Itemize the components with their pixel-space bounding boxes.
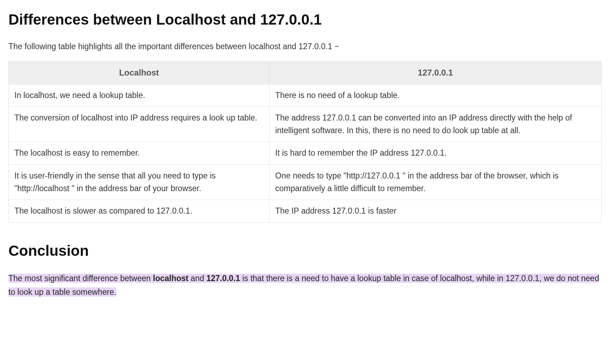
- table-header-ip: 127.0.0.1: [270, 61, 602, 84]
- conclusion-part2: and: [188, 274, 206, 283]
- table-cell-right: It is hard to remember the IP address 12…: [270, 142, 602, 165]
- table-cell-right: The IP address 127.0.0.1 is faster: [270, 200, 602, 223]
- table-cell-right: One needs to type "http://127.0.0.1 " in…: [270, 165, 602, 200]
- table-row: It is user-friendly in the sense that al…: [9, 165, 602, 200]
- conclusion-bold-localhost: localhost: [153, 274, 188, 283]
- intro-paragraph: The following table highlights all the i…: [8, 40, 602, 53]
- table-cell-left: The localhost is easy to remember.: [9, 142, 270, 165]
- conclusion-paragraph: The most significant difference between …: [8, 272, 602, 299]
- table-cell-left: The localhost is slower as compared to 1…: [9, 200, 270, 223]
- table-header-localhost: Localhost: [9, 61, 270, 84]
- table-row: The localhost is easy to remember. It is…: [9, 142, 602, 165]
- highlighted-text: The most significant difference between …: [8, 274, 599, 297]
- table-cell-right: There is no need of a lookup table.: [270, 84, 602, 107]
- conclusion-part1: The most significant difference between: [8, 274, 153, 283]
- main-heading: Differences between Localhost and 127.0.…: [8, 8, 602, 31]
- conclusion-bold-ip: 127.0.0.1: [206, 274, 240, 283]
- table-row: In localhost, we need a lookup table. Th…: [9, 84, 602, 107]
- conclusion-heading: Conclusion: [8, 240, 602, 262]
- comparison-table: Localhost 127.0.0.1 In localhost, we nee…: [8, 61, 602, 223]
- table-cell-left: The conversion of localhost into IP addr…: [9, 107, 270, 142]
- table-row: The localhost is slower as compared to 1…: [9, 200, 602, 223]
- table-cell-left: It is user-friendly in the sense that al…: [9, 165, 270, 200]
- table-row: The conversion of localhost into IP addr…: [9, 107, 602, 142]
- table-header-row: Localhost 127.0.0.1: [9, 61, 602, 84]
- table-cell-right: The address 127.0.0.1 can be converted i…: [270, 107, 602, 142]
- table-cell-left: In localhost, we need a lookup table.: [9, 84, 270, 107]
